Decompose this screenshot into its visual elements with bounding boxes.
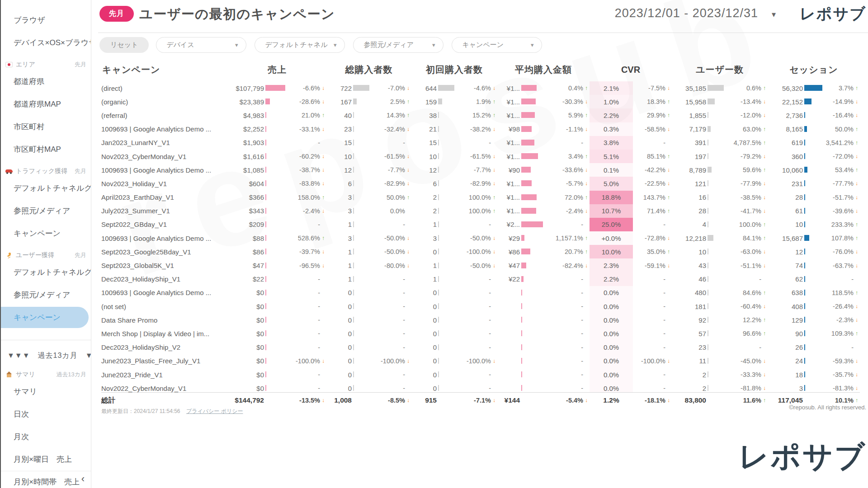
buyers-bar-cell xyxy=(352,317,371,323)
sidebar-item[interactable]: デフォルトチャネルグループ xyxy=(1,262,91,283)
sidebar-item[interactable]: 日次 xyxy=(1,404,91,425)
buyers-change: -7.7%↓ xyxy=(371,166,411,174)
brand-logo-large: レポサブ xyxy=(739,436,866,477)
arrow-up-icon: ↑ xyxy=(665,153,672,160)
users-change-value: 0.6% xyxy=(746,84,761,92)
sidebar-item[interactable]: キャンペーン xyxy=(1,307,89,328)
campaign-name: July2023_Summer_V1 xyxy=(101,207,228,215)
sidebar-item[interactable]: 都道府県MAP xyxy=(1,94,91,115)
avg-bar-cell xyxy=(520,85,545,91)
sessions-change-value: 3.7% xyxy=(839,84,854,92)
sales-change-value: -28.6% xyxy=(299,98,320,105)
column-header-first-buyers: 初回購入者数 xyxy=(411,64,497,76)
sessions-bar xyxy=(804,249,805,254)
first-bar xyxy=(438,126,439,132)
date-range-picker[interactable]: 2023/12/01 - 2023/12/31▾ xyxy=(615,6,776,20)
table-row: Dec2023_HolidayShip_V2$0-0-0--0.0%-23-26… xyxy=(101,341,860,354)
first-change: 1.9%↑ xyxy=(456,98,497,105)
sidebar-item[interactable]: キャンペーン xyxy=(1,223,91,244)
sales-bar-cell xyxy=(264,235,288,241)
sales-change-value: -2.4% xyxy=(303,207,320,215)
table-row: Nov2023_CyberMonday_V1$1,616-60.2%↓10-61… xyxy=(101,150,860,163)
sales-bar xyxy=(265,221,266,227)
reset-button[interactable]: リセット xyxy=(99,37,149,53)
sidebar-item[interactable]: ブラウザ xyxy=(1,9,91,31)
buyers-bar xyxy=(353,99,357,104)
avg-bar xyxy=(521,167,531,173)
avg-bar xyxy=(521,126,532,132)
arrow-down-icon: ↓ xyxy=(854,180,860,187)
campaign-name: April2023_EarthDay_V1 xyxy=(101,193,228,201)
arrow-up-icon: ↑ xyxy=(854,126,860,132)
avg-bar-cell xyxy=(520,397,545,404)
users-change-value: 100.0% xyxy=(739,221,761,228)
sidebar-item[interactable]: 都道府県 xyxy=(1,71,91,92)
first-change-value: 1.9% xyxy=(476,98,491,105)
sales-change-value: -60.2% xyxy=(299,153,320,160)
users-bar-cell xyxy=(706,303,725,310)
buyers-bar-cell xyxy=(352,99,371,105)
sessions-change: -16.4%↓ xyxy=(822,112,860,119)
sidebar-item[interactable]: サマリ xyxy=(1,381,91,402)
sidebar-item[interactable]: 市区町村 xyxy=(1,116,91,137)
sessions-bar xyxy=(804,221,805,227)
filter-device-dropdown[interactable]: デバイス▾ xyxy=(156,37,246,53)
privacy-policy-link[interactable]: プライバシー ポリシー xyxy=(186,408,243,414)
first-change-value: - xyxy=(489,371,491,378)
first-bar-cell xyxy=(437,276,456,282)
cvr-value-cell: 0.0% xyxy=(590,327,633,340)
sidebar-item[interactable]: 月別×曜日 売上 xyxy=(1,449,91,470)
users-change-value: 63.0% xyxy=(743,126,761,133)
sidebar-collapse-button[interactable]: ‹ xyxy=(81,473,85,485)
buyers-bar-cell xyxy=(352,221,371,228)
avg-bar xyxy=(521,194,537,200)
sales-value: $1,616 xyxy=(228,153,264,160)
arrow-down-icon: ↓ xyxy=(583,397,590,404)
buyers-change-value: 14.3% xyxy=(387,112,405,119)
buyers-change-value: - xyxy=(403,303,405,310)
buyers-change-value: -32.4% xyxy=(384,126,405,133)
first-change-value: -100.0% xyxy=(467,357,491,365)
buyers-change: -100.0%↓ xyxy=(371,357,411,365)
sales-value: $209 xyxy=(228,221,264,228)
sidebar-item[interactable]: デバイス×OS×ブラウザ xyxy=(1,32,91,53)
sidebar-item[interactable]: 参照元/メディア xyxy=(1,200,91,221)
buyers-value: 0 xyxy=(326,330,352,338)
cvr-change-value: - xyxy=(663,221,665,228)
table-row: June2023_Plastic_Free_July_V1$0-100.0%↓0… xyxy=(101,354,860,368)
cvr-change-value: 85.1% xyxy=(647,153,665,160)
users-value: 4 xyxy=(672,221,706,228)
first-value: 2 xyxy=(411,207,437,215)
avg-bar xyxy=(521,344,522,350)
filter-default-channel-dropdown[interactable]: デフォルトチャネル▾ xyxy=(255,37,345,53)
sales-bar xyxy=(265,112,266,118)
arrow-up-icon: ↑ xyxy=(854,167,860,173)
sidebar-item[interactable]: 市区町村MAP xyxy=(1,139,91,160)
arrow-down-icon: ↓ xyxy=(761,385,768,391)
first-value: 1 xyxy=(411,262,437,269)
users-bar-cell xyxy=(706,344,725,351)
buyers-change: 50.0%↑ xyxy=(371,194,411,201)
sessions-change: 50.0%↑ xyxy=(822,126,860,133)
buyers-bar xyxy=(353,358,354,364)
cvr-change: -100.0%↓ xyxy=(633,357,672,365)
sidebar-item[interactable]: 月次 xyxy=(1,426,91,447)
sidebar-item[interactable]: デフォルトチャネルグループ xyxy=(1,178,91,199)
cvr-change: 18.3%↑ xyxy=(633,98,672,105)
arrow-up-icon: ↑ xyxy=(405,112,411,118)
first-bar xyxy=(438,153,439,159)
first-change-value: - xyxy=(489,221,491,228)
users-value: 197 xyxy=(672,153,706,160)
first-bar xyxy=(438,221,439,227)
sales-value: $0 xyxy=(228,316,264,324)
filter-source-medium-dropdown[interactable]: 参照元/メディア▾ xyxy=(353,37,443,53)
arrow-up-icon: ↑ xyxy=(583,153,590,160)
users-bar-cell xyxy=(706,126,725,132)
first-change: -50.0%↓ xyxy=(456,262,497,269)
first-change-value: - xyxy=(489,330,491,337)
sessions-change-value: - xyxy=(851,276,854,283)
filter-campaign-dropdown[interactable]: キャンペーン▾ xyxy=(452,37,542,53)
sales-bar xyxy=(265,344,266,350)
sidebar-item[interactable]: 参照元/メディア xyxy=(1,284,91,305)
sidebar-divider xyxy=(1,340,91,340)
